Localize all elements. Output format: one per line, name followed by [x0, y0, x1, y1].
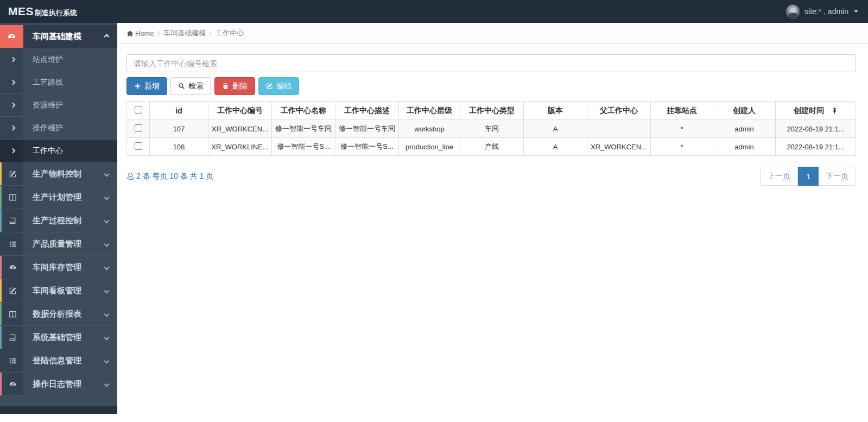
- sidebar-item-label: 操作日志管理: [23, 379, 105, 389]
- sidebar-subitem-process-route[interactable]: 工艺路线: [0, 71, 117, 94]
- delete-button[interactable]: 删除: [214, 77, 255, 95]
- col-header-id[interactable]: id: [150, 102, 208, 120]
- top-navbar: MES 制造执行系统 site:* , admin: [0, 0, 868, 23]
- col-header-work-center-name[interactable]: 工作中心名称: [272, 102, 335, 120]
- chevron-right-icon: [0, 117, 23, 139]
- breadcrumb-level1[interactable]: 车间基础建模: [163, 28, 206, 38]
- col-header-creator[interactable]: 创建人: [713, 102, 776, 120]
- next-page-button[interactable]: 下一页: [819, 167, 856, 186]
- sidebar-subitem-station-maintenance[interactable]: 站点维护: [0, 48, 117, 71]
- chevron-down-icon: [104, 194, 110, 200]
- page-1-button[interactable]: 1: [798, 167, 819, 186]
- sidebar-subitem-operation-maintenance[interactable]: 操作维护: [0, 117, 117, 140]
- sidebar-item-data-analysis-reports[interactable]: 数据分析报表: [0, 303, 117, 326]
- sidebar-subitem-label: 站点维护: [23, 55, 117, 65]
- pencil-square-icon: [0, 162, 23, 185]
- sidebar-item-label: 生产物料控制: [23, 169, 105, 179]
- sidebar-item-production-plan-management[interactable]: 生产计划管理: [0, 186, 117, 209]
- col-header-parent-work-center[interactable]: 父工作中心: [587, 102, 651, 120]
- table-row[interactable]: 108 XR_WORKLINE... 修一智能一号S... 修一智能一号S...…: [127, 138, 856, 156]
- gauge-icon: [0, 256, 23, 279]
- select-all-cell: [127, 102, 150, 120]
- cell-work-center-level: workshop: [399, 120, 460, 138]
- chevron-down-icon: [104, 335, 110, 340]
- gauge-icon: [0, 373, 23, 395]
- chevron-down-icon: [104, 288, 110, 293]
- sidebar-item-operation-log-management[interactable]: 操作日志管理: [0, 373, 117, 396]
- breadcrumb-separator: /: [158, 29, 160, 37]
- chevron-down-icon: [104, 381, 110, 387]
- sidebar-item-label: 车间基础建模: [23, 32, 105, 42]
- row-select-cell: [127, 120, 150, 138]
- work-center-search-input[interactable]: [126, 54, 856, 72]
- sidebar-item-label: 生产过程控制: [23, 216, 105, 226]
- chevron-right-icon: [0, 48, 23, 71]
- pagination-summary[interactable]: 总 2 条 每页 10 条 共 1 页: [126, 172, 213, 181]
- sidebar-item-workshop-kanban-management[interactable]: 车间看板管理: [0, 279, 117, 303]
- sidebar-subitem-work-center[interactable]: 工作中心: [0, 140, 117, 162]
- row-checkbox[interactable]: [135, 124, 142, 132]
- pin-icon[interactable]: [832, 108, 838, 114]
- col-header-work-center-level[interactable]: 工作中心层级: [399, 102, 460, 120]
- sidebar-item-label: 系统基础管理: [23, 332, 105, 343]
- breadcrumb-separator: /: [210, 29, 212, 37]
- cell-work-center-type: 产线: [460, 138, 524, 156]
- sidebar-item-workshop-inventory-management[interactable]: 车间库存管理: [0, 256, 117, 279]
- breadcrumb-home-link[interactable]: Home: [126, 29, 154, 37]
- sidebar-bottom-strip: [0, 406, 117, 414]
- cell-id: 107: [150, 120, 208, 138]
- list-icon: [0, 349, 23, 372]
- col-header-create-time[interactable]: 创建时间: [776, 102, 856, 120]
- cell-version: A: [524, 138, 587, 156]
- trash-icon: [222, 83, 229, 90]
- table-row[interactable]: 107 XR_WORKCEN... 修一智能一号车间 修一智能一号车间 work…: [127, 120, 856, 138]
- sidebar-item-production-material-control[interactable]: 生产物料控制: [0, 162, 117, 186]
- sidebar-item-label: 车间库存管理: [23, 262, 105, 273]
- sidebar-item-label: 车间看板管理: [23, 286, 105, 296]
- sidebar-item-label: 登陆信息管理: [23, 356, 105, 366]
- edit-button[interactable]: 编辑: [258, 77, 299, 95]
- chevron-down-icon: [104, 218, 110, 223]
- col-header-work-center-type[interactable]: 工作中心类型: [460, 102, 524, 120]
- col-header-work-center-desc[interactable]: 工作中心描述: [335, 102, 399, 120]
- user-menu[interactable]: site:* , admin: [785, 4, 868, 19]
- cell-parent-work-center: [587, 120, 651, 138]
- caret-down-icon: [854, 10, 858, 12]
- columns-icon: [0, 303, 23, 325]
- chevron-right-icon: [0, 71, 23, 93]
- sidebar-item-login-info-management[interactable]: 登陆信息管理: [0, 349, 117, 373]
- user-label: site:* , admin: [804, 7, 848, 16]
- pencil-square-icon: [0, 279, 23, 302]
- cell-create-time: 2022-08-19 21:1...: [776, 120, 856, 138]
- edit-button-label: 编辑: [276, 81, 292, 91]
- breadcrumb: Home / 车间基础建模 / 工作中心: [117, 23, 868, 44]
- add-button-label: 新增: [144, 81, 160, 91]
- sidebar-item-production-process-control[interactable]: 生产过程控制: [0, 209, 117, 232]
- chevron-down-icon: [104, 358, 110, 363]
- row-checkbox[interactable]: [135, 142, 142, 150]
- sidebar-subitem-resource-maintenance[interactable]: 资源维护: [0, 94, 117, 117]
- plus-icon: [134, 83, 141, 90]
- sidebar-subitem-label: 工艺路线: [23, 78, 117, 87]
- col-header-create-time-label: 创建时间: [794, 106, 824, 116]
- toolbar: 新增 检索 删除 编辑: [126, 77, 856, 95]
- columns-icon: [0, 186, 23, 209]
- delete-button-label: 删除: [232, 81, 248, 91]
- select-all-checkbox[interactable]: [135, 106, 142, 114]
- col-header-attached-station[interactable]: 挂靠站点: [651, 102, 713, 120]
- col-header-work-center-code[interactable]: 工作中心编号: [208, 102, 272, 120]
- work-center-table: id 工作中心编号 工作中心名称 工作中心描述 工作中心层级 工作中心类型 版本…: [126, 101, 856, 156]
- prev-page-button[interactable]: 上一页: [760, 167, 798, 186]
- sidebar-item-workshop-modeling[interactable]: 车间基础建模: [0, 25, 117, 48]
- app-logo[interactable]: MES 制造执行系统: [0, 5, 77, 18]
- sidebar-item-label: 生产计划管理: [23, 192, 105, 203]
- sidebar-item-system-basic-management[interactable]: 系统基础管理: [0, 326, 117, 349]
- col-header-version[interactable]: 版本: [524, 102, 587, 120]
- cell-id: 108: [150, 138, 208, 156]
- cell-work-center-level: production_line: [399, 138, 460, 156]
- add-button[interactable]: 新增: [126, 77, 167, 95]
- cell-create-time: 2022-08-19 21:1...: [776, 138, 856, 156]
- cell-parent-work-center: XR_WORKCEN...: [587, 138, 651, 156]
- search-button[interactable]: 检索: [170, 77, 211, 95]
- sidebar-item-product-quality-management[interactable]: 产品质量管理: [0, 232, 117, 256]
